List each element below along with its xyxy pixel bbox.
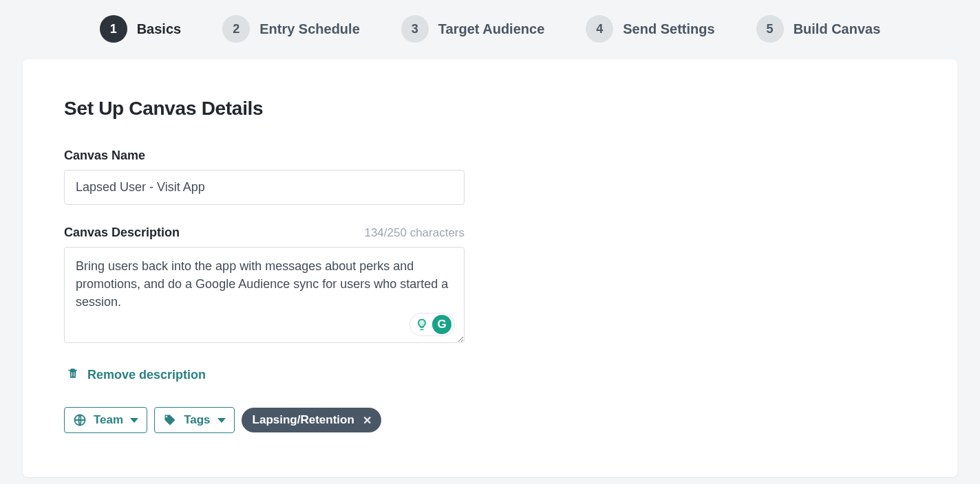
canvas-description-textarea[interactable]: Bring users back into the app with messa… <box>64 247 465 343</box>
canvas-details-card: Set Up Canvas Details Canvas Name Canvas… <box>23 59 957 477</box>
step-number: 5 <box>756 15 784 43</box>
step-label: Basics <box>137 21 182 37</box>
canvas-name-label: Canvas Name <box>64 148 145 163</box>
step-label: Build Canvas <box>793 21 881 37</box>
step-send-settings[interactable]: 4 Send Settings <box>586 15 714 43</box>
step-label: Target Audience <box>438 21 544 37</box>
step-target-audience[interactable]: 3 Target Audience <box>401 15 544 43</box>
tags-dropdown-label: Tags <box>184 413 210 427</box>
step-label: Send Settings <box>623 21 714 37</box>
step-entry-schedule[interactable]: 2 Entry Schedule <box>222 15 360 43</box>
tag-chip: Lapsing/Retention ✕ <box>242 408 381 432</box>
remove-description-label: Remove description <box>87 368 206 382</box>
step-build-canvas[interactable]: 5 Build Canvas <box>756 15 881 43</box>
chip-row: Team Tags Lapsing/Retention ✕ <box>64 407 916 433</box>
step-basics[interactable]: 1 Basics <box>100 15 182 43</box>
canvas-name-group: Canvas Name <box>64 148 465 205</box>
remove-description-button[interactable]: Remove description <box>64 366 206 384</box>
close-icon[interactable]: ✕ <box>363 414 372 427</box>
team-dropdown-label: Team <box>94 413 123 427</box>
team-dropdown[interactable]: Team <box>64 407 147 433</box>
globe-icon <box>73 413 87 427</box>
stepper: 1 Basics 2 Entry Schedule 3 Target Audie… <box>0 0 980 59</box>
canvas-name-input[interactable] <box>64 170 465 205</box>
char-count: 134/250 characters <box>364 226 465 240</box>
tag-icon <box>163 413 177 427</box>
step-number: 3 <box>401 15 429 43</box>
tags-dropdown[interactable]: Tags <box>154 407 234 433</box>
step-label: Entry Schedule <box>259 21 360 37</box>
chevron-down-icon <box>217 418 226 423</box>
step-number: 2 <box>222 15 250 43</box>
step-number: 1 <box>100 15 127 43</box>
tag-chip-label: Lapsing/Retention <box>253 413 354 427</box>
chevron-down-icon <box>130 418 138 423</box>
step-number: 4 <box>586 15 613 43</box>
canvas-description-group: Canvas Description 134/250 characters Br… <box>64 226 465 346</box>
page-title: Set Up Canvas Details <box>64 98 916 120</box>
canvas-description-label: Canvas Description <box>64 226 180 240</box>
trash-icon <box>67 366 79 384</box>
